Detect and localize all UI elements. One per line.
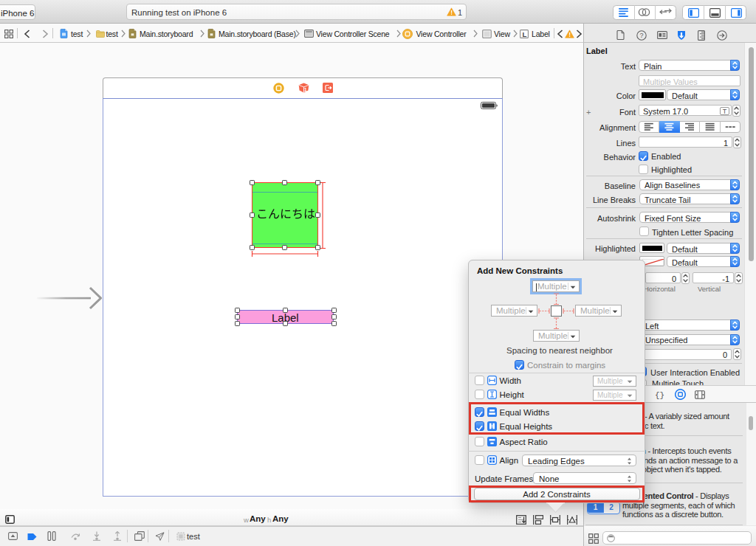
svg-text:?: ?: [639, 32, 643, 39]
svg-text:1: 1: [304, 87, 307, 92]
svg-text:{}: {}: [655, 391, 664, 400]
